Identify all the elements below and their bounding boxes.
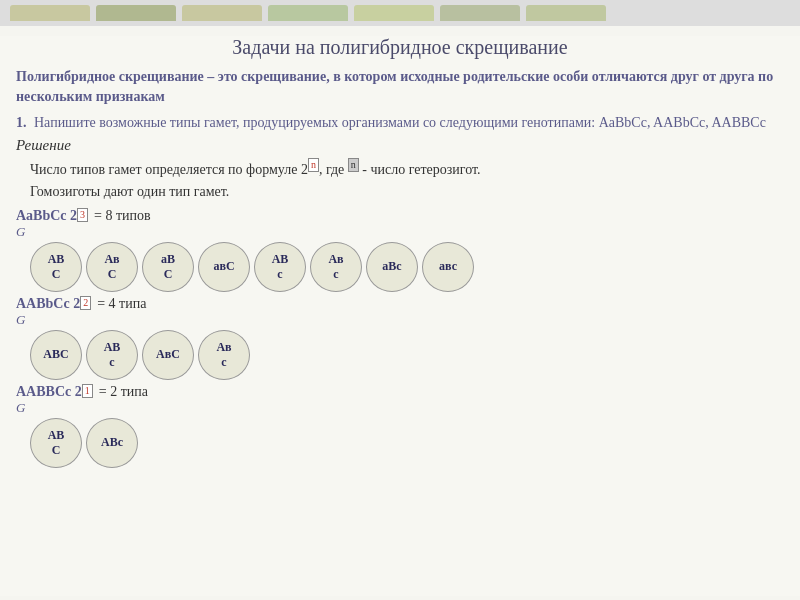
- genotype1-block: AaBbCc 23 = 8 типов G АВС АвС аВС авС АВ…: [0, 208, 800, 292]
- gamete-cell: АВС: [30, 330, 82, 380]
- formula-exp: n: [308, 158, 319, 172]
- genotype3-gametes: АВС АВс: [30, 418, 770, 468]
- genotype2-result: = 4 типа: [97, 296, 146, 312]
- gamete-cell: аВс: [366, 242, 418, 292]
- gamete-cell: авС: [198, 242, 250, 292]
- intro-text: Полигибридное скрещивание – это скрещива…: [16, 67, 784, 106]
- formula-block: Число типов гамет определяется по формул…: [30, 158, 770, 203]
- gamete-cell: АВс: [86, 418, 138, 468]
- gamete-cell: авс: [422, 242, 474, 292]
- genotype2-exp: 2: [80, 296, 91, 310]
- genotype3-label: AABBCc 2: [16, 384, 82, 400]
- gamete-cell: Авс: [198, 330, 250, 380]
- solution-heading: Решение: [16, 137, 784, 154]
- tab-5[interactable]: [354, 5, 434, 21]
- gamete-cell: АвС: [142, 330, 194, 380]
- gamete-cell: Авс: [310, 242, 362, 292]
- tab-6[interactable]: [440, 5, 520, 21]
- gamete-cell: АВС: [30, 242, 82, 292]
- genotype2-gametes: АВС АВс АвС Авс: [30, 330, 770, 380]
- genotype3-exp: 1: [82, 384, 93, 398]
- genotype1-label: AaBbCc 2: [16, 208, 77, 224]
- genotype3-block: AABBCc 21 = 2 типа G АВС АВс: [0, 384, 800, 468]
- genotype2-block: AABbCc 22 = 4 типа G АВС АВс АвС Авс: [0, 296, 800, 380]
- gamete-cell: АвС: [86, 242, 138, 292]
- formula-line2: , где: [319, 162, 344, 177]
- tab-3[interactable]: [182, 5, 262, 21]
- formula-exp-gray: n: [348, 158, 359, 172]
- tab-1[interactable]: [10, 5, 90, 21]
- genotype1-result: = 8 типов: [94, 208, 151, 224]
- gamete-cell: АВс: [254, 242, 306, 292]
- genotype1-gametes: АВС АвС аВС авС АВс Авс аВс авс: [30, 242, 770, 292]
- genotype1-exp: 3: [77, 208, 88, 222]
- genotype2-label: AABbCc 2: [16, 296, 80, 312]
- genotype3-g: G: [16, 400, 800, 416]
- genotype3-result: = 2 типа: [99, 384, 148, 400]
- gamete-cell: АВс: [86, 330, 138, 380]
- page-title: Задачи на полигибридное скрещивание: [20, 36, 780, 59]
- tab-2[interactable]: [96, 5, 176, 21]
- tab-4[interactable]: [268, 5, 348, 21]
- genotype1-g: G: [16, 224, 800, 240]
- task-item: 1. Напишите возможные типы гамет, продуц…: [16, 112, 784, 133]
- top-bar: [0, 0, 800, 26]
- formula-line1: Число типов гамет определяется по формул…: [30, 162, 308, 177]
- genotype2-g: G: [16, 312, 800, 328]
- task-text: Напишите возможные типы гамет, продуциру…: [34, 115, 766, 130]
- task-number: 1.: [16, 115, 27, 130]
- tab-7[interactable]: [526, 5, 606, 21]
- gamete-cell: аВС: [142, 242, 194, 292]
- gamete-cell: АВС: [30, 418, 82, 468]
- formula-line4: Гомозиготы дают один тип гамет.: [30, 184, 229, 199]
- formula-line3: - число гетерозигот.: [362, 162, 480, 177]
